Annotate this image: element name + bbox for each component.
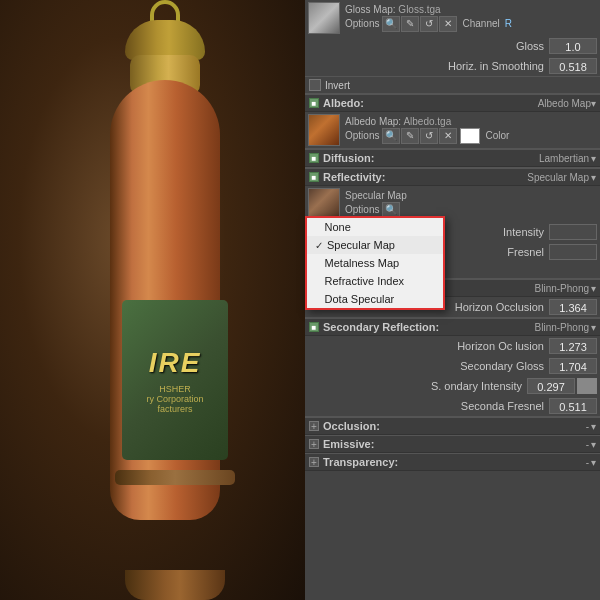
secondary-gloss-row: Secondary Gloss 1.704 [305, 356, 600, 376]
gloss-value-row: Gloss 1.0 [305, 36, 600, 56]
albedo-dropdown-arrow[interactable]: ▾ [591, 98, 596, 109]
dropdown-item-metalness[interactable]: Metalness Map [307, 254, 443, 272]
occlusion-dropdown-arrow[interactable]: ▾ [591, 421, 596, 432]
gloss-value[interactable]: 1.0 [549, 38, 597, 54]
dropdown-item-specular-map[interactable]: ✓ Specular Map [307, 236, 443, 254]
gloss-map-row: Gloss Map: Gloss.tga Options 🔍 ✎ ↺ ✕ Cha… [305, 0, 600, 36]
specular-map-label: Specular Map [345, 190, 407, 201]
ext-label-sub: HSHERry Corporationfacturers [146, 384, 203, 414]
secondary-reflection-dropdown-arrow[interactable]: ▾ [591, 322, 596, 333]
pencil-btn[interactable]: ✎ [401, 16, 419, 32]
transparency-value: - [456, 457, 591, 468]
occlusion-section[interactable]: + Occlusion: - ▾ [305, 417, 600, 435]
none-check [315, 222, 321, 233]
reflectivity-dropdown-arrow[interactable]: ▾ [591, 172, 596, 183]
secondary-reflection-title: Secondary Reflection: [323, 321, 456, 333]
gloss-options-bar: Options 🔍 ✎ ↺ ✕ Channel R [342, 15, 597, 33]
occlusion-plus[interactable]: + [309, 421, 319, 431]
secondary-reflection-header[interactable]: ■ Secondary Reflection: Blinn-Phong ▾ [305, 318, 600, 336]
emissive-plus[interactable]: + [309, 439, 319, 449]
reflectivity-dropdown-menu[interactable]: None ✓ Specular Map Metalness Map Refrac… [305, 216, 445, 310]
reload-btn[interactable]: ↺ [420, 16, 438, 32]
albedo-search-btn[interactable]: 🔍 [382, 128, 400, 144]
dropdown-refractive-label: Refractive Index [325, 275, 404, 287]
channel-dropdown[interactable]: R [505, 18, 512, 29]
transparency-section[interactable]: + Transparency: - ▾ [305, 453, 600, 471]
ext-label-text: IRE [149, 347, 202, 379]
reflectivity-section-header[interactable]: ■ Reflectivity: Specular Map ▾ [305, 168, 600, 186]
close-btn[interactable]: ✕ [439, 16, 457, 32]
emissive-title: Emissive: [323, 438, 456, 450]
transparency-plus[interactable]: + [309, 457, 319, 467]
invert-label: Invert [325, 80, 350, 91]
ext-top [125, 20, 205, 60]
horizon-oc-row: Horizon Oc lusion 1.273 [305, 336, 600, 356]
gloss-map-thumb [308, 2, 340, 34]
emissive-section[interactable]: + Emissive: - ▾ [305, 435, 600, 453]
ext-bottom [125, 570, 225, 600]
reflectivity-toggle[interactable]: ■ [309, 172, 319, 182]
albedo-section-header[interactable]: ■ Albedo: Albedo Map ▾ [305, 94, 600, 112]
albedo-map-label: Albedo Map: [345, 116, 401, 127]
gloss-label: Gloss [308, 40, 549, 52]
dropdown-none-label: None [325, 221, 351, 233]
emissive-value: - [456, 439, 591, 450]
horizon-occlusion-value[interactable]: 1.364 [549, 299, 597, 315]
horizon-oc-value[interactable]: 1.273 [549, 338, 597, 354]
albedo-close-btn[interactable]: ✕ [439, 128, 457, 144]
secondary-reflection-value[interactable]: Blinn-Phong [456, 322, 591, 333]
channel-label: Channel [462, 18, 499, 29]
albedo-toggle[interactable]: ■ [309, 98, 319, 108]
diffusion-dropdown-arrow[interactable]: ▾ [591, 153, 596, 164]
albedo-options-bar: Options 🔍 ✎ ↺ ✕ Color [342, 127, 597, 145]
dropdown-specular-map-label: Specular Map [327, 239, 395, 251]
transparency-title: Transparency: [323, 456, 456, 468]
reflection-value[interactable]: Blinn-Phong [456, 283, 591, 294]
albedo-pencil-btn[interactable]: ✎ [401, 128, 419, 144]
seconda-fresnel-value[interactable]: 0.511 [549, 398, 597, 414]
fresnel-value[interactable] [549, 244, 597, 260]
albedo-map-label-inline: Albedo Map [538, 98, 591, 109]
dropdown-dota-label: Dota Specular [325, 293, 395, 305]
horizon-smoothing-value[interactable]: 0.518 [549, 58, 597, 74]
gloss-map-filename: Gloss.tga [398, 4, 440, 15]
options-text: Options [345, 18, 379, 29]
dropdown-item-dota[interactable]: Dota Specular [307, 290, 443, 308]
search-btn[interactable]: 🔍 [382, 16, 400, 32]
albedo-filename: Albedo.tga [403, 116, 451, 127]
emissive-dropdown-arrow[interactable]: ▾ [591, 439, 596, 450]
reflectivity-title: Reflectivity: [323, 171, 456, 183]
dropdown-item-refractive[interactable]: Refractive Index [307, 272, 443, 290]
3d-viewport: IRE HSHERry Corporationfacturers [0, 0, 305, 600]
albedo-title: Albedo: [323, 97, 518, 109]
secondary-intensity-swatch [577, 378, 597, 394]
albedo-map-thumb [308, 114, 340, 146]
secondary-intensity-label: S. ondary Intensity [308, 380, 527, 392]
invert-row: Invert [305, 77, 600, 93]
diffusion-value[interactable]: Lambertian [456, 153, 591, 164]
secondary-intensity-row: S. ondary Intensity 0.297 [305, 376, 600, 396]
seconda-fresnel-row: Seconda Fresnel 0.511 [305, 396, 600, 416]
reflectivity-value[interactable]: Specular Map [456, 172, 591, 183]
secondary-gloss-value[interactable]: 1.704 [549, 358, 597, 374]
horizon-smoothing-label: Horiz. in Smoothing [308, 60, 549, 72]
ext-body: IRE HSHERry Corporationfacturers [110, 80, 220, 520]
dropdown-item-none[interactable]: None [307, 218, 443, 236]
secondary-reflection-toggle[interactable]: ■ [309, 322, 319, 332]
horizon-oc-label: Horizon Oc lusion [308, 340, 549, 352]
invert-checkbox[interactable] [309, 79, 321, 91]
reflection-dropdown-arrow[interactable]: ▾ [591, 283, 596, 294]
albedo-color-swatch[interactable] [460, 128, 480, 144]
ext-label: IRE HSHERry Corporationfacturers [122, 300, 228, 460]
refractive-check [315, 276, 321, 287]
secondary-intensity-value[interactable]: 0.297 [527, 378, 575, 394]
diffusion-section-header[interactable]: ■ Diffusion: Lambertian ▾ [305, 149, 600, 167]
diffusion-toggle[interactable]: ■ [309, 153, 319, 163]
albedo-reload-btn[interactable]: ↺ [420, 128, 438, 144]
dropdown-metalness-label: Metalness Map [325, 257, 400, 269]
dota-check [315, 294, 321, 305]
albedo-color-label: Color [485, 130, 509, 141]
specular-options-text: Options [345, 204, 379, 215]
transparency-dropdown-arrow[interactable]: ▾ [591, 457, 596, 468]
intensity-value[interactable] [549, 224, 597, 240]
